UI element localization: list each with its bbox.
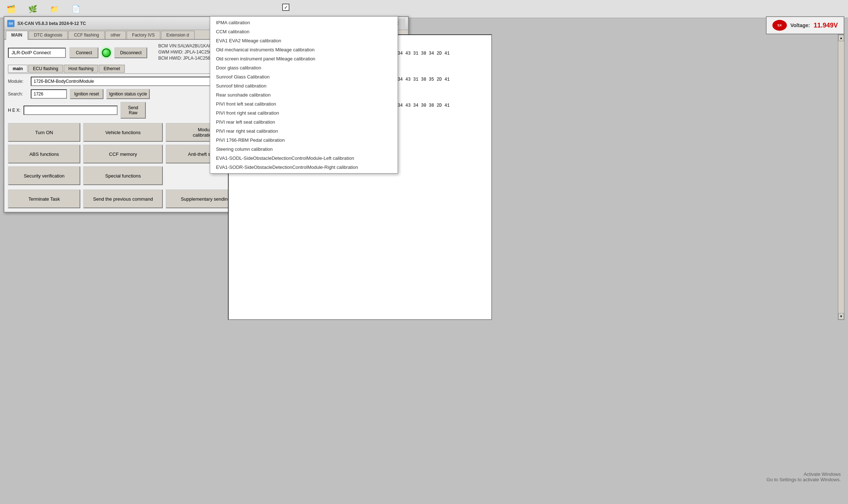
dropdown-item-0[interactable]: IPMA calibration: [210, 18, 398, 27]
dropdown-menu: IPMA calibrationCCM calibrationEVA1 EVA2…: [210, 16, 398, 174]
send-previous-button[interactable]: Send the previous command: [83, 189, 163, 208]
device-input[interactable]: JLR-DoIP Connect: [8, 48, 66, 58]
vin-info: BCM VIN:SALWA2BU1KA8: [158, 43, 213, 48]
voltage-value: 11.949V: [814, 22, 838, 29]
dropdown-item-3[interactable]: Old mechanical instruments Mileage calib…: [210, 45, 398, 54]
taskbar: 🗂️ 🌿 📁 📄: [0, 0, 848, 18]
taskbar-icon-2[interactable]: 🌿: [22, 0, 43, 18]
bcm-hwid-info: BCM HWID: JPLA-14C256-: [158, 56, 213, 61]
taskbar-icon-3[interactable]: 📁: [43, 0, 65, 18]
dropdown-item-10[interactable]: PIVI front right seat calibration: [210, 108, 398, 118]
tab-factory[interactable]: Factory IVS: [127, 31, 160, 39]
tab-ccf[interactable]: CCF flashing: [68, 31, 104, 39]
ignition-cycle-button[interactable]: Ignition status cycle: [106, 89, 150, 99]
tab-dtc[interactable]: DTC diagnosis: [29, 31, 68, 39]
subtab-main[interactable]: main: [8, 65, 27, 73]
dropdown-item-1[interactable]: CCM calibration: [210, 27, 398, 36]
dropdown-item-12[interactable]: PIVI rear right seat calibration: [210, 127, 398, 136]
tab-main[interactable]: MAIN: [6, 31, 28, 40]
activate-line2: Go to Settings to activate Windows.: [767, 477, 841, 482]
activate-watermark: Activate Windows Go to Settings to activ…: [767, 471, 841, 482]
voltage-label: Voltage:: [790, 22, 810, 28]
subtab-ethernet[interactable]: Ethernet: [99, 65, 124, 73]
send-raw-button[interactable]: SendRaw: [120, 102, 146, 119]
hex-input[interactable]: [24, 106, 118, 115]
dropdown-item-14[interactable]: Steering column calibration: [210, 145, 398, 154]
ccf-memory-button[interactable]: CCF memory: [83, 145, 163, 163]
dropdown-item-8[interactable]: Rear sunshade calibration: [210, 90, 398, 99]
dropdown-item-9[interactable]: PIVI front left seat calibration: [210, 99, 398, 108]
scroll-up-btn[interactable]: ▲: [838, 35, 844, 41]
ignition-reset-button[interactable]: Ignition reset: [70, 89, 103, 99]
dropdown-item-13[interactable]: PIVI 1766-RBM Pedal calibration: [210, 136, 398, 145]
scroll-down-btn[interactable]: ▼: [838, 313, 844, 320]
dropdown-item-2[interactable]: EVA1 EVA2 Mileage calibration: [210, 36, 398, 45]
module-label: Module:: [8, 79, 28, 84]
dropdown-item-6[interactable]: Sunroof Glass Calibration: [210, 72, 398, 81]
dropdown-item-5[interactable]: Door glass calibration: [210, 63, 398, 72]
vehicle-functions-button[interactable]: Vehicle functions: [83, 123, 163, 142]
gwm-info: GWM HWID: JPLA-14C256-: [158, 50, 213, 55]
voltage-panel: SX Voltage: 11.949V: [766, 16, 844, 34]
bcm-info: BCM VIN:SALWA2BU1KA8 GWM HWID: JPLA-14C2…: [158, 43, 213, 62]
abs-functions-button[interactable]: ABS functions: [8, 145, 80, 163]
dropdown-item-7[interactable]: Sunroof blind calibration: [210, 81, 398, 90]
security-verification-button[interactable]: Security verification: [8, 166, 80, 185]
connect-button[interactable]: Connect: [69, 47, 98, 58]
tab-extension[interactable]: Extension d: [161, 31, 195, 39]
dropdown-item-4[interactable]: Old screen instrument panel Mileage cali…: [210, 54, 398, 63]
sx-logo: SX: [772, 20, 787, 31]
terminate-task-button[interactable]: Terminate Task: [8, 189, 80, 208]
connection-led: [102, 48, 111, 57]
dropdown-item-16[interactable]: EVA1-SODR-SideObstacleDetectionControlMo…: [210, 163, 398, 172]
search-label: Search:: [8, 91, 28, 97]
dropdown-item-11[interactable]: PIVI rear left seat calibration: [210, 118, 398, 127]
subtab-host[interactable]: Host flashing: [64, 65, 98, 73]
hex-label: H E X:: [8, 108, 21, 113]
search-input[interactable]: [31, 89, 67, 99]
log-scrollbar[interactable]: ▲ ▼: [838, 34, 844, 320]
app-icon: SX: [7, 20, 14, 27]
disconnect-button[interactable]: Disconnect: [114, 47, 147, 58]
top-checkbox[interactable]: ✓: [282, 4, 289, 11]
dropdown-item-15[interactable]: EVA1-SODL-SideObstacleDetectionControlMo…: [210, 154, 398, 163]
subtab-ecu[interactable]: ECU flashing: [28, 65, 63, 73]
turn-on-button[interactable]: Turn ON: [8, 123, 80, 142]
tab-other[interactable]: other: [105, 31, 126, 39]
taskbar-icon-1[interactable]: 🗂️: [0, 0, 22, 18]
special-functions-button[interactable]: Special functions: [83, 166, 163, 185]
taskbar-icon-4[interactable]: 📄: [65, 0, 87, 18]
activate-line1: Activate Windows: [767, 471, 841, 477]
